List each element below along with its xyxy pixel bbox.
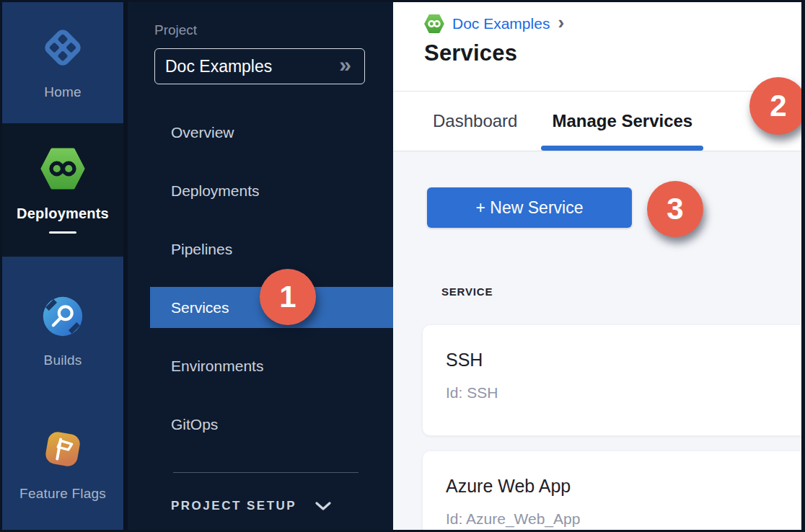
- service-column-header: SERVICE: [441, 285, 801, 298]
- breadcrumb[interactable]: Doc Examples ›: [424, 14, 564, 34]
- callout-badge-3: 3: [647, 181, 703, 237]
- service-card-ssh[interactable]: SSH Id: SSH: [423, 325, 801, 435]
- screenshot-border-top: [0, 0, 805, 2]
- page-header: Doc Examples › Services: [393, 2, 801, 92]
- sidebar-item-gitops[interactable]: GitOps: [128, 395, 393, 453]
- chevron-down-icon: [315, 502, 331, 511]
- module-feature-flags[interactable]: Feature Flags: [2, 427, 123, 502]
- module-feature-flags-label: Feature Flags: [19, 486, 106, 502]
- screenshot-border-left: [0, 0, 2, 532]
- module-rail: Home Deployments: [2, 2, 128, 530]
- sidebar-item-overview[interactable]: Overview: [128, 103, 393, 161]
- breadcrumb-project-link[interactable]: Doc Examples: [452, 15, 550, 32]
- module-deployments[interactable]: Deployments: [2, 123, 123, 257]
- main-content: Doc Examples › Services Dashboard Manage…: [393, 2, 801, 530]
- module-builds-label: Builds: [44, 353, 82, 368]
- cd-module-icon: [424, 14, 444, 34]
- new-service-button[interactable]: + New Service: [427, 187, 632, 228]
- sidebar-divider: [173, 472, 358, 473]
- tab-dashboard-label: Dashboard: [433, 111, 517, 131]
- project-selector-value: Doc Examples: [165, 57, 272, 76]
- module-home-label: Home: [44, 84, 81, 100]
- project-selector[interactable]: Doc Examples »: [154, 48, 365, 84]
- double-chevron-icon: »: [339, 54, 351, 76]
- breadcrumb-chevron-icon: ›: [558, 12, 564, 34]
- services-panel: + New Service SERVICE SSH Id: SSH Azure …: [393, 151, 801, 530]
- project-setup-label: PROJECT SETUP: [171, 499, 296, 513]
- service-card-azure-web-app[interactable]: Azure Web App Id: Azure_Web_App: [423, 451, 801, 530]
- module-rail-lower: Builds Feature Flags: [2, 257, 123, 530]
- service-id: Id: SSH: [446, 384, 801, 402]
- page-title: Services: [424, 40, 801, 66]
- deployments-icon: [40, 146, 85, 194]
- module-home[interactable]: Home: [2, 2, 123, 123]
- feature-flags-icon: [40, 427, 85, 474]
- service-name: SSH: [446, 350, 801, 371]
- module-builds[interactable]: Builds: [2, 281, 123, 382]
- project-label: Project: [154, 22, 393, 38]
- sidebar-item-environments[interactable]: Environments: [128, 337, 393, 395]
- sidebar-item-deployments[interactable]: Deployments: [128, 161, 393, 220]
- project-setup-section[interactable]: PROJECT SETUP: [171, 499, 393, 513]
- tab-manage-services-label: Manage Services: [552, 111, 692, 131]
- callout-badge-1: 1: [260, 269, 316, 325]
- service-id: Id: Azure_Web_App: [446, 510, 801, 528]
- active-tab-underline: [541, 146, 703, 151]
- tab-dashboard[interactable]: Dashboard: [433, 92, 517, 151]
- sidebar-item-pipelines[interactable]: Pipelines: [128, 220, 393, 278]
- project-sidebar: Project Doc Examples » Overview Deployme…: [128, 2, 393, 530]
- builds-icon: [41, 295, 84, 341]
- service-name: Azure Web App: [446, 476, 801, 497]
- module-active-underline: [49, 231, 76, 234]
- callout-badge-2: 2: [749, 77, 805, 135]
- screenshot-border-right: [801, 0, 805, 532]
- app-window: Home Deployments: [2, 2, 801, 530]
- home-icon: [40, 25, 85, 73]
- module-deployments-label: Deployments: [17, 205, 109, 222]
- sidebar-nav: Overview Deployments Pipelines Services …: [128, 103, 393, 453]
- tab-manage-services[interactable]: Manage Services: [552, 92, 692, 151]
- tab-bar: Dashboard Manage Services: [393, 92, 801, 151]
